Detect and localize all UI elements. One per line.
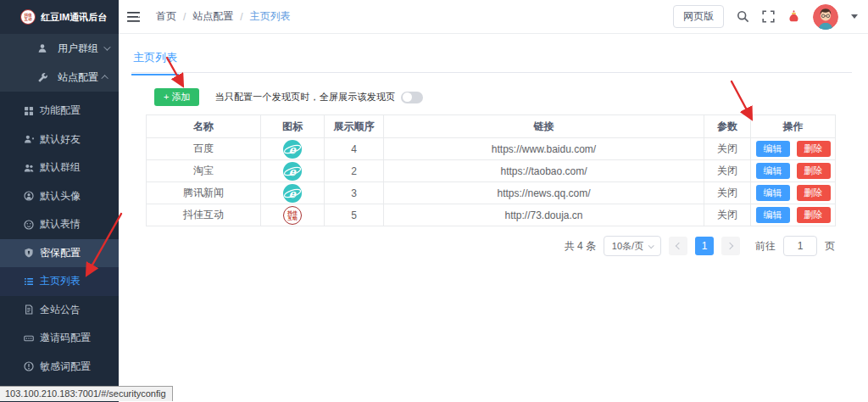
delete-button[interactable]: 删除: [797, 163, 831, 179]
sidebar-item-1[interactable]: 默认好友: [0, 126, 119, 154]
table-row: 淘宝e2https://taobao.com/关闭编辑删除: [147, 160, 836, 182]
goto-page-input[interactable]: [783, 236, 817, 256]
sidebar-submenu: 功能配置默认好友默认群组默认头像默认表情密保配置主页列表全站公告邀请码配置敏感词…: [0, 92, 119, 402]
breadcrumb-separator: /: [240, 11, 242, 23]
sidebar-item-9[interactable]: 敏感词配置: [0, 353, 119, 382]
add-button[interactable]: + 添加: [154, 88, 199, 106]
cell-param: 关闭: [704, 182, 751, 204]
cell-param: 关闭: [704, 160, 751, 182]
cell-icon: e: [261, 138, 325, 160]
tab-homepage-list[interactable]: 主页列表: [131, 45, 179, 75]
sidebar-group-label: 用户群组: [58, 42, 103, 56]
cell-name: 腾讯新闻: [147, 182, 261, 204]
red-packet-icon[interactable]: [787, 10, 800, 23]
cell-icon: e: [261, 182, 325, 204]
homepage-table: 名称 图标 展示顺序 链接 参数 操作 百度e4https://www.baid…: [146, 114, 835, 226]
app-logo-row[interactable]: 抖佳 互动 红豆IM通讯后台: [0, 0, 119, 34]
prev-page-button[interactable]: [669, 237, 687, 255]
cell-param: 关闭: [704, 138, 751, 160]
web-version-button[interactable]: 网页版: [673, 5, 724, 28]
user-avatar[interactable]: [813, 4, 838, 30]
search-icon[interactable]: [737, 10, 749, 23]
users-icon: [24, 163, 34, 173]
sidebar-item-label: 默认头像: [40, 189, 81, 204]
table-header-row: 名称 图标 展示顺序 链接 参数 操作: [147, 115, 836, 138]
breadcrumb-site-config[interactable]: 站点配置: [192, 9, 233, 24]
sidebar-item-6[interactable]: 主页列表: [0, 267, 119, 296]
chevron-down-icon: [103, 43, 110, 50]
current-page-button[interactable]: 1: [695, 237, 714, 255]
sidebar-item-5[interactable]: 密保配置: [0, 239, 119, 268]
sidebar-item-7[interactable]: 全站公告: [0, 296, 119, 325]
table-row: 抖佳互动抖佳互动5http://73.douja.cn关闭编辑删除: [147, 204, 836, 226]
sidebar: 抖佳 互动 红豆IM通讯后台 用户群组 站点配置 功能配置默认好友默认群组默认头…: [0, 0, 119, 402]
breadcrumb-home[interactable]: 首页: [156, 9, 176, 24]
svg-text:e: e: [289, 187, 297, 199]
breadcrumb-separator: /: [183, 11, 186, 23]
sidebar-item-label: 敏感词配置: [40, 360, 91, 374]
cell-actions: 编辑删除: [751, 204, 836, 226]
ie-icon: e: [283, 140, 302, 159]
col-header-order: 展示顺序: [325, 115, 384, 138]
delete-button[interactable]: 删除: [797, 207, 831, 223]
cell-name: 抖佳互动: [147, 204, 261, 226]
cell-display-order: 4: [325, 138, 384, 160]
sidebar-item-3[interactable]: 默认头像: [0, 182, 119, 211]
douja-logo-icon: 抖佳 互动: [20, 9, 36, 25]
page-size-value: 10条/页: [612, 240, 643, 253]
table-row: 腾讯新闻e3https://news.qq.com/关闭编辑删除: [147, 182, 836, 204]
fullscreen-icon[interactable]: [762, 10, 775, 23]
sidebar-item-label: 默认表情: [40, 217, 81, 232]
cell-link: https://taobao.com/: [384, 160, 704, 182]
edit-button[interactable]: 编辑: [756, 185, 790, 201]
sidebar-item-2[interactable]: 默认群组: [0, 154, 119, 182]
logo-text-line2: 互动: [25, 17, 32, 21]
svg-text:e: e: [289, 142, 297, 155]
chevron-down-icon: [648, 243, 654, 248]
cell-link: https://www.baidu.com/: [384, 138, 704, 160]
avatar-caret-icon[interactable]: [851, 14, 858, 19]
sidebar-item-label: 全站公告: [40, 303, 81, 317]
sidebar-item-0[interactable]: 功能配置: [0, 97, 119, 126]
sidebar-item-label: 邀请码配置: [40, 331, 91, 345]
wrench-icon: [37, 72, 47, 82]
edit-button[interactable]: 编辑: [756, 141, 790, 157]
edit-button[interactable]: 编辑: [756, 163, 790, 179]
page-size-select[interactable]: 10条/页: [604, 236, 661, 256]
fullscreen-discover-toggle[interactable]: [401, 92, 423, 103]
topbar-actions: 网页版: [673, 4, 858, 30]
fullscreen-discover-toggle-label: 当只配置一个发现页时，全屏展示该发现页: [214, 91, 395, 103]
tabs-bar: 主页列表: [131, 45, 852, 73]
shield-icon: [24, 248, 34, 258]
sidebar-item-4[interactable]: 默认表情: [0, 210, 119, 239]
browser-status-tooltip: 103.100.210.183:7001/#/securityconfig: [0, 386, 173, 401]
avatar-icon: [24, 191, 34, 201]
table-row: 百度e4https://www.baidu.com/关闭编辑删除: [147, 138, 836, 160]
col-header-name: 名称: [147, 115, 261, 138]
breadcrumb: 首页 / 站点配置 / 主页列表: [156, 9, 291, 24]
cell-actions: 编辑删除: [751, 160, 836, 182]
chevron-right-icon: [726, 243, 733, 249]
delete-button[interactable]: 删除: [797, 185, 831, 201]
svg-text:e: e: [289, 165, 297, 177]
goto-label: 前往: [755, 239, 776, 254]
ie-icon: e: [283, 184, 302, 203]
controls-row: + 添加 当只配置一个发现页时，全屏展示该发现页: [154, 88, 423, 106]
sidebar-group-label: 站点配置: [58, 70, 103, 85]
edit-button[interactable]: 编辑: [756, 207, 790, 223]
cell-name: 百度: [147, 138, 261, 160]
sidebar-group-site-config[interactable]: 站点配置: [0, 63, 119, 92]
cell-actions: 编辑删除: [751, 182, 836, 204]
delete-button[interactable]: 删除: [797, 141, 831, 157]
collapse-sidebar-icon[interactable]: [127, 11, 141, 23]
homepage-table-body: 百度e4https://www.baidu.com/关闭编辑删除淘宝e2http…: [147, 138, 836, 226]
user-group-icon: [37, 43, 47, 53]
ie-icon: e: [283, 162, 302, 181]
sidebar-item-8[interactable]: 邀请码配置: [0, 324, 119, 353]
cell-link: http://73.douja.cn: [384, 204, 704, 226]
page-unit-label: 页: [825, 239, 835, 254]
next-page-button[interactable]: [721, 237, 740, 255]
sidebar-group-user-groups[interactable]: 用户群组: [0, 34, 119, 63]
cell-icon: e: [261, 160, 325, 182]
grid-icon: [24, 106, 34, 116]
